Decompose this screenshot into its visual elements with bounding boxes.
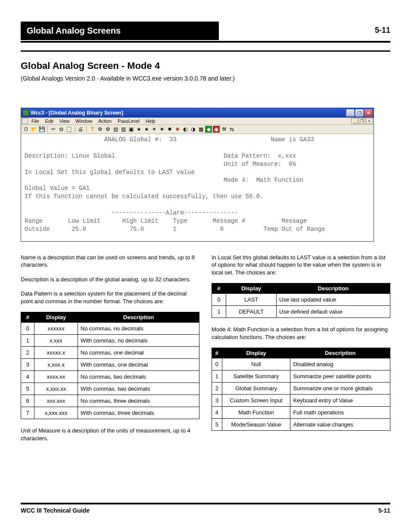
cell-description: Full math operations: [290, 407, 390, 419]
tool-icon[interactable]: ✷: [159, 126, 165, 133]
tool-icon[interactable]: ★: [135, 126, 142, 133]
cell-num: 7: [21, 407, 34, 419]
col-description: Description: [78, 312, 199, 323]
menu-help[interactable]: Help: [143, 118, 158, 124]
cut-icon[interactable]: ✂: [50, 126, 57, 133]
open-icon[interactable]: 📂: [31, 126, 37, 133]
close-button[interactable]: ✕: [364, 109, 373, 117]
tool-icon[interactable]: ⚙: [104, 126, 111, 133]
col-num: #: [21, 312, 34, 323]
cell-display: Mode/Season Value: [222, 419, 290, 431]
client-line: Unit of Measure: 6%: [25, 161, 296, 168]
tool-icon[interactable]: ✶: [151, 126, 158, 133]
copy-icon[interactable]: ⧉: [58, 126, 65, 133]
local-set-table: # Display Description 0LASTUse last upda…: [212, 283, 390, 318]
help-icon[interactable]: ?: [89, 126, 96, 133]
menu-window[interactable]: Window: [73, 118, 95, 124]
table-row: 2Global SummarySummarize one or more glo…: [212, 383, 390, 395]
tool-icon[interactable]: ✹: [174, 126, 181, 133]
cell-display: x,xxx: [34, 335, 78, 347]
section-title: Global Analog Screens: [21, 22, 219, 40]
left-column: Name is a description that can be used o…: [21, 254, 199, 449]
mdi-restore[interactable]: ❐: [358, 118, 365, 124]
right-column: In Local Set this global defaults to LAS…: [212, 254, 390, 449]
maximize-button[interactable]: ❐: [355, 109, 364, 117]
cell-description: No commas, two decimals: [78, 371, 199, 383]
table-row: 7x,xxx.xxxWith commas, three decimals: [21, 407, 199, 419]
cell-description: With commas, one decimal: [78, 359, 199, 371]
paste-icon[interactable]: 📋: [65, 126, 72, 133]
client-line: In Local Set this global defaults to LAS…: [25, 169, 195, 176]
menu-view[interactable]: View: [57, 118, 72, 124]
table-row: 5x,xxx.xxWith commas, two decimals: [21, 383, 199, 395]
cell-description: With commas, three decimals: [78, 407, 199, 419]
tool-icon[interactable]: ◆: [205, 126, 212, 133]
page-number-top: 5-11: [375, 26, 390, 35]
cell-display: Satellite Summary: [222, 370, 290, 383]
cell-description: Summarize peer satellite points: [290, 370, 390, 383]
toolbar: 🗋 📂 💾 ✂ ⧉ 📋 🖨 ? ⚙ ⚙ ▤ ▥ ▣ ★ ★ ✶ ✷ ✸ ✹ ◐ …: [21, 125, 374, 134]
client-area: ANALOG Global #: 33 Name is GA33 Descrip…: [21, 134, 374, 241]
save-icon[interactable]: 💾: [38, 126, 45, 133]
cell-display: xxxxxx: [34, 323, 78, 335]
cell-num: 2: [212, 383, 222, 395]
cell-description: Alternate value changes: [290, 419, 390, 431]
cell-display: Math Function: [222, 407, 290, 419]
col-description: Description: [277, 283, 390, 294]
cell-num: 0: [212, 358, 222, 370]
menu-edit[interactable]: Edit: [43, 118, 56, 124]
tool-icon[interactable]: ▤: [112, 126, 119, 133]
cell-num: 4: [212, 407, 222, 419]
cell-description: No commas, one decimal: [78, 347, 199, 359]
tool-icon[interactable]: ✸: [166, 126, 173, 133]
tool-icon[interactable]: ◐: [182, 126, 189, 133]
minimize-button[interactable]: _: [346, 109, 355, 117]
cell-display: Custom Screen Input: [222, 395, 290, 407]
mdi-close[interactable]: ×: [366, 118, 373, 124]
tool-icon[interactable]: ★: [143, 126, 150, 133]
table-row: 4Math FunctionFull math operations: [212, 407, 390, 419]
cell-num: 1: [21, 335, 34, 347]
footer-left: WCC III Technical Guide: [21, 507, 90, 514]
cell-description: With commas, two decimals: [78, 383, 199, 395]
mdi-icon: [22, 118, 28, 124]
rule-medium: [21, 50, 390, 52]
cell-description: With commas, no decimals: [78, 335, 199, 347]
tool-icon[interactable]: ⇆: [228, 126, 235, 133]
table-row: 4xxxx.xxNo commas, two decimals: [21, 371, 199, 383]
menu-passlevel[interactable]: PassLevel: [115, 118, 142, 124]
cell-num: 0: [212, 294, 226, 306]
tool-icon[interactable]: ▦: [197, 126, 204, 133]
cell-num: 3: [212, 395, 222, 407]
cell-num: 3: [21, 359, 34, 371]
tool-icon[interactable]: ⚙: [97, 126, 103, 133]
cell-display: DEFAULT: [226, 306, 277, 318]
col-num: #: [212, 283, 226, 294]
col-description: Description: [290, 348, 390, 358]
print-icon[interactable]: 🖨: [77, 126, 84, 133]
table-row: 0LASTUse last updated value: [212, 294, 390, 306]
window-title: Wcc3 - [Global Analog Binary Screen]: [31, 110, 123, 116]
version-description: (Global Analogs Version 2.0 - Available …: [21, 75, 390, 82]
cell-num: 1: [212, 306, 226, 318]
cell-description: Disabled analog: [290, 358, 390, 370]
page-title: Global Analog Screen - Mode 4: [21, 60, 390, 72]
tool-icon[interactable]: ▣: [128, 126, 134, 133]
client-line: ANALOG Global #: 33 Name is GA33: [25, 136, 314, 143]
table-row: 6xxx.xxxNo commas, three decimals: [21, 395, 199, 407]
cell-description: Use last updated value: [277, 294, 390, 306]
tool-icon[interactable]: ◑: [190, 126, 196, 133]
tool-icon[interactable]: ▥: [120, 126, 127, 133]
name-instruction: Name is a description that can be used o…: [21, 254, 199, 269]
page-footer: WCC III Technical Guide 5-11: [21, 503, 390, 514]
new-icon[interactable]: 🗋: [23, 126, 30, 133]
tool-icon[interactable]: ⚒: [221, 126, 227, 133]
mdi-minimize[interactable]: _: [351, 118, 358, 124]
col-display: Display: [226, 283, 277, 294]
client-line: Global Value = GA1: [25, 185, 90, 192]
menu-action[interactable]: Action: [96, 118, 114, 124]
menu-file[interactable]: File: [29, 118, 42, 124]
tool-icon[interactable]: ◉: [213, 126, 220, 133]
table-row: 1Satellite SummarySummarize peer satelli…: [212, 370, 390, 383]
table-row: 0xxxxxxNo commas, no decimals: [21, 323, 199, 335]
